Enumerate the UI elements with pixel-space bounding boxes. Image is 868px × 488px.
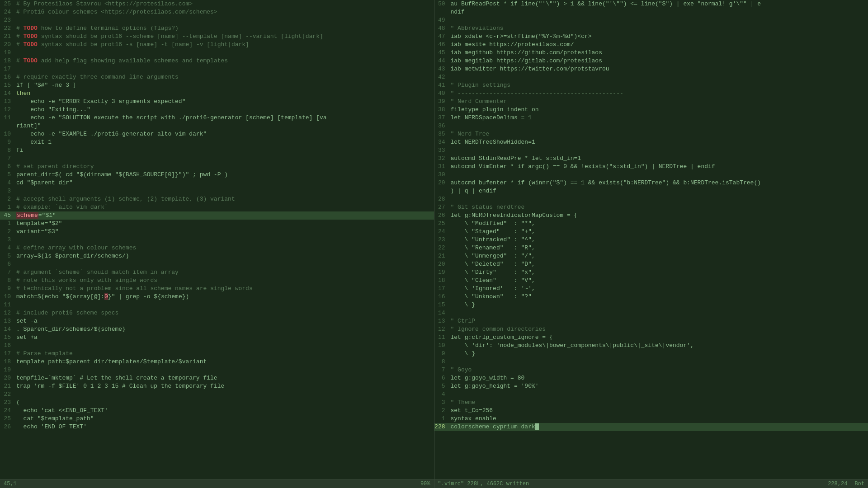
table-row: 45 iab megithub https://github.com/prote… xyxy=(434,49,868,57)
table-row: 31 autocmd VimEnter * if argc() == 0 && … xyxy=(434,163,868,171)
table-row: 9 # technically not a problem since all … xyxy=(0,285,434,293)
table-row: ndif xyxy=(434,8,868,16)
right-code-lines: 50 au BufReadPost * if line("'\"") > 1 &… xyxy=(434,0,868,431)
table-row: 24 \ "Staged" : "+", xyxy=(434,228,868,236)
table-row: 12 " Ignore common directories xyxy=(434,325,868,333)
left-status-position: 45,1 xyxy=(4,481,17,487)
table-row: 45 scheme="$1" xyxy=(0,211,434,220)
table-row: 43 iab metwitter https://twitter.com/pro… xyxy=(434,65,868,73)
table-row: 3 xyxy=(0,187,434,195)
table-row: 2 variant="$3" xyxy=(0,228,434,236)
table-row: 16 \ "Unknown" : "?" xyxy=(434,293,868,301)
table-row: 20 tempfile=`mktemp` # Let the shell cre… xyxy=(0,374,434,382)
table-row: 8 fi xyxy=(0,146,434,155)
table-row: 12 # include prot16 scheme specs xyxy=(0,309,434,317)
table-row: 19 xyxy=(0,366,434,374)
table-row: 15 \ } xyxy=(434,301,868,309)
table-row: 18 template_path=$parent_dir/templates/$… xyxy=(0,358,434,366)
table-row: 35 " Nerd Tree xyxy=(434,130,868,138)
right-pane: 50 au BufReadPost * if line("'\"") > 1 &… xyxy=(434,0,868,488)
table-row: 10 match=$(echo "${array[@]:0}" | grep -… xyxy=(0,293,434,301)
table-row: 26 echo 'END_OF_TEXT' xyxy=(0,423,434,431)
table-row: 29 autocmd bufenter * if (winnr("$") == … xyxy=(434,179,868,187)
table-row: 15 set +a xyxy=(0,333,434,342)
table-row: 25 # By Protesilaos Stavrou <https://pro… xyxy=(0,0,434,8)
table-row: 16 xyxy=(0,342,434,350)
table-row: 7 " Goyo xyxy=(434,366,868,374)
table-row: 14 then xyxy=(0,89,434,98)
table-row: 14 xyxy=(434,309,868,317)
right-status-file: ".vimrc" 228L, 4662C written xyxy=(438,481,529,487)
table-row: 13 set -a xyxy=(0,317,434,325)
table-row: 10 echo -e "EXAMPLE ./prot16-generator a… xyxy=(0,130,434,138)
table-row: 23 xyxy=(0,16,434,24)
table-row: 11 echo -e "SOLUTION execute the script … xyxy=(0,114,434,122)
table-row: 9 \ } xyxy=(434,350,868,358)
table-row: 3 xyxy=(0,236,434,244)
table-row: 2 set t_Co=256 xyxy=(434,407,868,415)
table-row: 20 # TODO syntax should be prot16 -s [na… xyxy=(0,41,434,49)
table-row: 48 " Abbreviations xyxy=(434,24,868,33)
table-row: 19 \ "Dirty" : "x", xyxy=(434,268,868,277)
table-row: 13 echo -e "ERROR Exactly 3 arguments ex… xyxy=(0,98,434,106)
table-row: 17 xyxy=(0,65,434,73)
table-row: 12 echo "Exiting..." xyxy=(0,106,434,114)
table-row: 1 template="$2" xyxy=(0,220,434,228)
right-status-mode: Bot xyxy=(854,481,864,487)
right-status-position: 228,24 xyxy=(828,481,847,487)
table-row: 23 ( xyxy=(0,399,434,407)
table-row: 18 \ "Clean" : "V", xyxy=(434,277,868,285)
table-row: 16 # require exactly three command line … xyxy=(0,73,434,81)
table-row: 9 exit 1 xyxy=(0,138,434,146)
left-status-percent: 90% xyxy=(420,481,430,487)
table-row: 7 # argument `scheme` should match item … xyxy=(0,268,434,277)
table-row: 11 xyxy=(0,301,434,309)
right-status-bar: ".vimrc" 228L, 4662C written 228,24 Bot xyxy=(434,479,868,488)
right-code-area[interactable]: 50 au BufReadPost * if line("'\"") > 1 &… xyxy=(434,0,868,479)
table-row: 33 xyxy=(434,146,868,155)
table-row: 37 let NERDSpaceDelims = 1 xyxy=(434,114,868,122)
left-code-area[interactable]: 25 # By Protesilaos Stavrou <https://pro… xyxy=(0,0,434,479)
table-row: 14 . $parent_dir/schemes/${scheme} xyxy=(0,325,434,333)
table-row: 7 xyxy=(0,155,434,163)
table-row: 47 iab xdate <c-r>=strftime("%Y-%m-%d")<… xyxy=(434,33,868,41)
table-row: 4 xyxy=(434,390,868,399)
table-row: 24 # Prot16 colour schemes <https://prot… xyxy=(0,8,434,16)
table-row: 17 # Parse template xyxy=(0,350,434,358)
table-row: 21 \ "Unmerged" : "/", xyxy=(434,252,868,260)
table-row: 44 iab megitlab https://gitlab.com/prote… xyxy=(434,57,868,65)
table-row: 6 # set parent directory xyxy=(0,163,434,171)
table-row: 8 # note this works only with single wor… xyxy=(0,277,434,285)
table-row: 4 # define array with colour schemes xyxy=(0,244,434,252)
table-row: 42 xyxy=(434,73,868,81)
left-pane: 25 # By Protesilaos Stavrou <https://pro… xyxy=(0,0,434,488)
table-row: 50 au BufReadPost * if line("'\"") > 1 &… xyxy=(434,0,868,8)
table-row: 4 cd "$parent_dir" xyxy=(0,179,434,187)
table-row: 17 \ 'Ignored' : '~', xyxy=(434,285,868,293)
table-row: 39 " Nerd Commenter xyxy=(434,98,868,106)
left-code-lines: 25 # By Protesilaos Stavrou <https://pro… xyxy=(0,0,434,431)
table-row: 36 xyxy=(434,122,868,130)
table-row: 21 # TODO syntax should be prot16 --sche… xyxy=(0,33,434,41)
table-row: 10 \ 'dir': 'node_modules\|bower_compone… xyxy=(434,342,868,350)
table-row: 21 trap 'rm -f $FILE' 0 1 2 3 15 # Clean… xyxy=(0,382,434,390)
table-row: 18 # TODO add help flag showing availabl… xyxy=(0,57,434,65)
table-row: 23 \ "Untracked" : "^", xyxy=(434,236,868,244)
table-row: 15 if [ "$#" -ne 3 ] xyxy=(0,81,434,89)
table-row: 30 xyxy=(434,171,868,179)
table-row: 3 " Theme xyxy=(434,399,868,407)
table-row: 20 \ "Deleted" : "D", xyxy=(434,260,868,268)
table-row: 228 colorscheme cyprium_dark xyxy=(434,423,868,431)
table-row: 6 let g:goyo_width = 80 xyxy=(434,374,868,382)
table-row: 22 xyxy=(0,390,434,399)
table-row: 24 echo 'cat <<END_OF_TEXT' xyxy=(0,407,434,415)
table-row: 38 filetype plugin indent on xyxy=(434,106,868,114)
table-row: 34 let NERDTreeShowHidden=1 xyxy=(434,138,868,146)
table-row: 5 parent_dir=$( cd "$(dirname "${BASH_SO… xyxy=(0,171,434,179)
table-row: 19 xyxy=(0,49,434,57)
table-row: 8 xyxy=(434,358,868,366)
table-row: riant]" xyxy=(0,122,434,130)
table-row: 1 syntax enable xyxy=(434,415,868,423)
table-row: 41 " Plugin settings xyxy=(434,81,868,89)
table-row: 1 # example: `alto vim dark` xyxy=(0,203,434,211)
